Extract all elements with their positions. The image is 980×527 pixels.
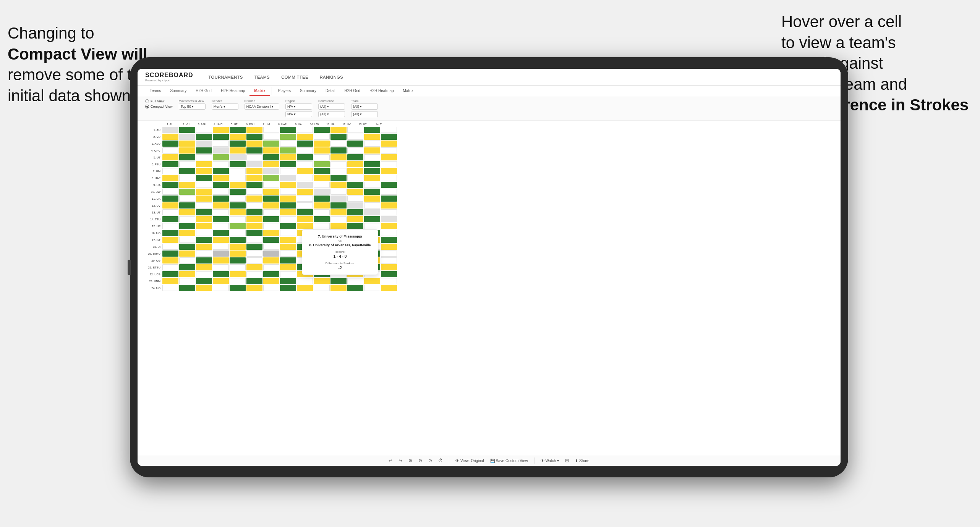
matrix-cell[interactable] <box>263 223 279 229</box>
matrix-cell[interactable] <box>263 285 279 291</box>
matrix-cell[interactable] <box>263 168 279 174</box>
matrix-cell[interactable] <box>314 196 330 202</box>
matrix-cell[interactable] <box>162 285 178 291</box>
matrix-cell[interactable] <box>213 189 229 195</box>
matrix-cell[interactable] <box>381 271 397 277</box>
matrix-cell[interactable] <box>280 251 296 257</box>
matrix-cell[interactable] <box>330 175 347 181</box>
matrix-cell[interactable] <box>162 223 178 229</box>
matrix-cell[interactable] <box>347 285 363 291</box>
team-select-2[interactable]: (All) ▾ <box>351 111 378 117</box>
matrix-cell[interactable] <box>280 141 296 147</box>
matrix-cell[interactable] <box>179 175 195 181</box>
matrix-cell[interactable] <box>280 168 296 174</box>
matrix-cell[interactable] <box>381 230 397 236</box>
matrix-cell[interactable] <box>364 182 380 188</box>
matrix-cell[interactable] <box>246 285 262 291</box>
matrix-cell[interactable] <box>213 141 229 147</box>
matrix-cell[interactable] <box>381 175 397 181</box>
matrix-cell[interactable] <box>196 154 212 160</box>
matrix-cell[interactable] <box>280 134 296 140</box>
matrix-cell[interactable] <box>196 127 212 133</box>
matrix-cell[interactable] <box>330 196 347 202</box>
matrix-cell[interactable] <box>263 196 279 202</box>
nav-rankings[interactable]: RANKINGS <box>320 75 343 79</box>
matrix-cell[interactable] <box>246 264 262 270</box>
matrix-cell[interactable] <box>196 223 212 229</box>
matrix-cell[interactable] <box>297 161 313 167</box>
matrix-cell[interactable] <box>297 168 313 174</box>
matrix-cell[interactable] <box>213 237 229 243</box>
matrix-cell[interactable] <box>213 244 229 250</box>
matrix-cell[interactable] <box>246 278 262 284</box>
toolbar-watch[interactable]: 👁 Watch ▾ <box>541 459 559 463</box>
matrix-cell[interactable] <box>280 175 296 181</box>
matrix-cell[interactable] <box>314 216 330 222</box>
full-view-radio[interactable] <box>145 99 149 103</box>
sub-nav-h2h-heatmap-2[interactable]: H2H Heatmap <box>365 86 398 96</box>
nav-committee[interactable]: COMMITTEE <box>281 75 308 79</box>
matrix-cell[interactable] <box>162 127 178 133</box>
matrix-cell[interactable] <box>364 196 380 202</box>
matrix-cell[interactable] <box>179 251 195 257</box>
matrix-cell[interactable] <box>196 168 212 174</box>
matrix-cell[interactable] <box>263 202 279 209</box>
matrix-cell[interactable] <box>347 154 363 160</box>
matrix-cell[interactable] <box>230 251 246 257</box>
matrix-cell[interactable] <box>280 223 296 229</box>
matrix-cell[interactable] <box>381 237 397 243</box>
matrix-cell[interactable] <box>196 182 212 188</box>
matrix-cell[interactable] <box>381 141 397 147</box>
matrix-cell[interactable] <box>381 278 397 284</box>
compact-view-radio[interactable] <box>145 105 149 108</box>
matrix-cell[interactable] <box>381 202 397 209</box>
matrix-cell[interactable] <box>230 216 246 222</box>
matrix-cell[interactable] <box>230 202 246 209</box>
matrix-cell[interactable] <box>246 202 262 209</box>
matrix-cell[interactable] <box>246 216 262 222</box>
matrix-cell[interactable] <box>196 251 212 257</box>
matrix-cell[interactable] <box>330 209 347 215</box>
matrix-cell[interactable] <box>280 216 296 222</box>
matrix-cell[interactable] <box>280 278 296 284</box>
matrix-cell[interactable] <box>314 141 330 147</box>
matrix-cell[interactable] <box>196 244 212 250</box>
matrix-cell[interactable] <box>230 147 246 154</box>
matrix-cell[interactable] <box>162 209 178 215</box>
matrix-cell[interactable] <box>179 271 195 277</box>
matrix-cell[interactable] <box>230 182 246 188</box>
matrix-cell[interactable] <box>347 202 363 209</box>
sub-nav-players[interactable]: Players <box>274 86 295 96</box>
matrix-cell[interactable] <box>263 127 279 133</box>
matrix-cell[interactable] <box>364 161 380 167</box>
matrix-cell[interactable] <box>263 209 279 215</box>
matrix-cell[interactable] <box>179 141 195 147</box>
matrix-cell[interactable] <box>230 271 246 277</box>
sub-nav-h2h-heatmap-1[interactable]: H2H Heatmap <box>216 86 249 96</box>
matrix-cell[interactable] <box>364 223 380 229</box>
matrix-cell[interactable] <box>246 189 262 195</box>
matrix-cell[interactable] <box>179 285 195 291</box>
matrix-cell[interactable] <box>314 285 330 291</box>
sub-nav-summary-1[interactable]: Summary <box>165 86 191 96</box>
matrix-cell[interactable] <box>297 196 313 202</box>
matrix-cell[interactable] <box>381 244 397 250</box>
matrix-cell[interactable] <box>246 154 262 160</box>
matrix-cell[interactable] <box>230 264 246 270</box>
matrix-cell[interactable] <box>179 196 195 202</box>
matrix-cell[interactable] <box>330 134 347 140</box>
matrix-cell[interactable] <box>280 127 296 133</box>
matrix-cell[interactable] <box>213 147 229 154</box>
matrix-cell[interactable] <box>314 202 330 209</box>
toolbar-zoom-in[interactable]: ⊕ <box>408 458 412 463</box>
matrix-cell[interactable] <box>162 244 178 250</box>
matrix-cell[interactable] <box>196 147 212 154</box>
matrix-cell[interactable] <box>263 154 279 160</box>
matrix-cell[interactable] <box>196 196 212 202</box>
matrix-cell[interactable] <box>330 168 347 174</box>
matrix-cell[interactable] <box>162 230 178 236</box>
sub-nav-matrix-1[interactable]: Matrix <box>249 86 270 96</box>
matrix-cell[interactable] <box>330 141 347 147</box>
matrix-cell[interactable] <box>162 154 178 160</box>
matrix-cell[interactable] <box>213 216 229 222</box>
